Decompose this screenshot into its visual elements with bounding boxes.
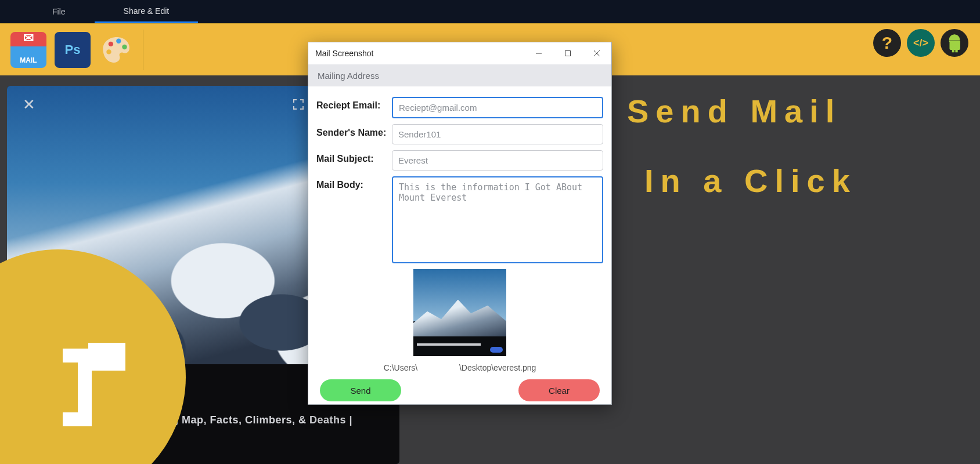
mail-tool-button[interactable]: MAIL xyxy=(10,32,46,68)
dialog-tab-strip: Mailing Address xyxy=(308,64,611,86)
close-button[interactable] xyxy=(582,42,611,64)
promo-line-2: In a Click xyxy=(627,157,975,205)
path-right: \Desktop\everest.png xyxy=(459,363,536,372)
svg-point-1 xyxy=(116,38,121,43)
mail-tool-label: MAIL xyxy=(20,56,37,64)
attachment-thumbnail[interactable] xyxy=(413,269,506,356)
maximize-button[interactable] xyxy=(553,42,582,64)
fullscreen-icon[interactable] xyxy=(288,94,309,115)
menu-share-edit[interactable]: Share & Edit xyxy=(95,0,199,23)
ribbon-right-icons: ? </> xyxy=(873,29,968,57)
promo-line-1: Send Mail xyxy=(627,87,975,136)
minimize-button[interactable] xyxy=(524,42,553,64)
mailing-address-tab[interactable]: Mailing Address xyxy=(318,71,379,81)
receipt-email-label: Reciept Email: xyxy=(316,97,392,111)
mail-body-textarea[interactable] xyxy=(392,176,603,263)
attachment-path: C:\Users\ \Desktop\everest.png xyxy=(316,363,603,372)
receipt-email-input[interactable] xyxy=(392,97,603,118)
send-button[interactable]: Send xyxy=(320,379,401,401)
mail-screenshot-dialog: Mail Screenshot Mailing Address Reciept … xyxy=(308,42,612,405)
path-left: C:\Users\ xyxy=(384,363,417,372)
mail-form: Reciept Email: Sender's Name: Mail Subje… xyxy=(308,86,611,412)
android-icon[interactable] xyxy=(941,29,968,57)
dialog-titlebar[interactable]: Mail Screenshot xyxy=(308,42,611,64)
mail-body-label: Mail Body: xyxy=(316,176,392,190)
paint-tool-button[interactable] xyxy=(99,32,135,68)
code-icon[interactable]: </> xyxy=(907,29,935,57)
sender-name-input[interactable] xyxy=(392,124,603,144)
toolbar-divider xyxy=(143,30,143,70)
mail-subject-label: Mail Subject: xyxy=(316,150,392,164)
svg-point-0 xyxy=(109,41,113,46)
palette-icon xyxy=(101,34,132,66)
menu-bar: File Share & Edit xyxy=(0,0,980,23)
photoshop-label: Ps xyxy=(65,42,81,57)
logo-glyph xyxy=(52,332,134,465)
svg-point-2 xyxy=(122,44,127,49)
help-icon[interactable]: ? xyxy=(873,29,901,57)
close-icon[interactable]: ✕ xyxy=(19,94,39,115)
mail-subject-input[interactable] xyxy=(392,150,603,171)
svg-point-3 xyxy=(106,49,111,54)
sender-name-label: Sender's Name: xyxy=(316,124,392,138)
promo-text: Send Mail In a Click xyxy=(627,87,975,205)
menu-file[interactable]: File xyxy=(23,0,95,23)
svg-rect-5 xyxy=(565,51,571,56)
clear-button[interactable]: Clear xyxy=(518,379,600,401)
dialog-title: Mail Screenshot xyxy=(315,49,373,58)
photoshop-tool-button[interactable]: Ps xyxy=(55,32,91,68)
